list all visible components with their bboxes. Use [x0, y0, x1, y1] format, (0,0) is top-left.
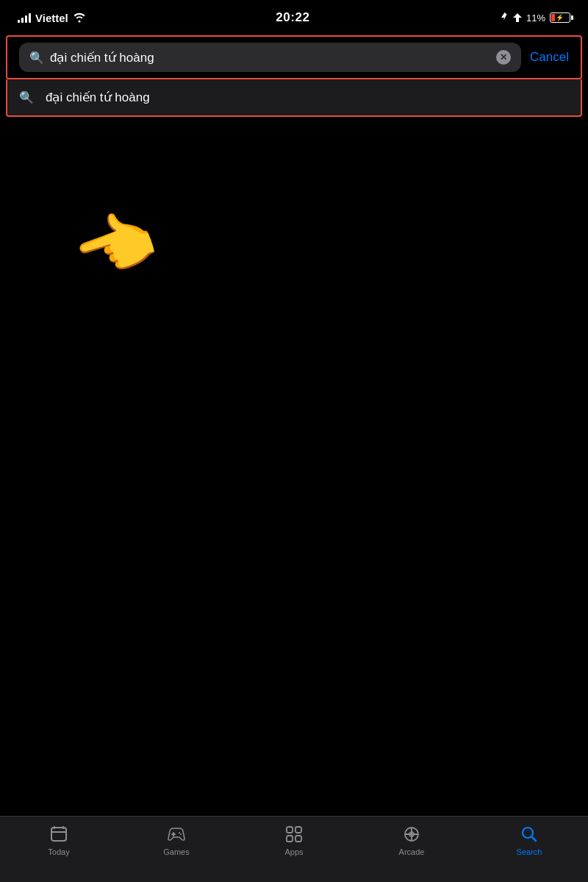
battery-percent: 11%	[526, 12, 545, 24]
svg-point-5	[180, 833, 182, 835]
search-input[interactable]	[50, 50, 490, 65]
status-bar: Viettel 20:22 11% ⚡	[0, 0, 588, 32]
search-tab-icon	[519, 824, 539, 845]
tab-games-label: Games	[163, 847, 189, 856]
signal-bar-4	[29, 13, 31, 23]
cancel-button[interactable]: Cancel	[530, 50, 569, 65]
signal-bar-1	[18, 20, 20, 23]
location-icon	[500, 12, 509, 23]
svg-point-4	[179, 832, 180, 833]
clock: 20:22	[276, 10, 309, 25]
wifi-icon	[73, 12, 86, 23]
apps-icon	[284, 824, 304, 845]
tab-apps-label: Apps	[284, 847, 303, 856]
svg-rect-1	[54, 826, 55, 829]
svg-rect-6	[287, 827, 293, 833]
battery: ⚡	[550, 12, 570, 23]
search-bar[interactable]: 🔍 ✕	[19, 43, 521, 72]
pointer-emoji: 👈	[65, 201, 165, 292]
tab-arcade-label: Arcade	[399, 847, 425, 856]
svg-rect-9	[295, 836, 301, 842]
svg-rect-8	[287, 836, 293, 842]
carrier-label: Viettel	[35, 12, 68, 24]
tab-today[interactable]: Today	[0, 824, 118, 856]
signal-bars	[18, 12, 31, 23]
search-header: 🔍 ✕ Cancel	[6, 35, 582, 79]
games-icon	[166, 824, 187, 845]
tab-games[interactable]: Games	[118, 824, 235, 856]
svg-rect-7	[295, 827, 301, 833]
status-right: 11% ⚡	[500, 12, 570, 24]
today-icon	[49, 824, 69, 845]
svg-rect-2	[62, 826, 64, 829]
tab-today-label: Today	[48, 847, 69, 856]
tab-search[interactable]: Search	[470, 824, 588, 856]
signal-bar-3	[25, 15, 27, 23]
suggestion-text: đại chiến tứ hoàng	[46, 90, 150, 105]
status-left: Viettel	[18, 12, 86, 24]
search-icon: 🔍	[29, 51, 44, 65]
svg-rect-3	[51, 831, 66, 833]
suggestion-dropdown: 🔍 đại chiến tứ hoàng	[6, 79, 582, 117]
arcade-icon	[401, 824, 422, 845]
suggestion-search-icon: 🔍	[19, 90, 34, 104]
clear-button[interactable]: ✕	[496, 50, 511, 65]
signal-bar-2	[21, 18, 24, 23]
tab-apps[interactable]: Apps	[235, 824, 353, 856]
arrow-icon	[513, 13, 522, 22]
tab-arcade[interactable]: Arcade	[353, 824, 470, 856]
suggestion-item[interactable]: 🔍 đại chiến tứ hoàng	[7, 79, 581, 115]
tab-bar: Today Games Apps Arcade	[0, 816, 588, 882]
tab-search-label: Search	[517, 847, 542, 856]
svg-rect-0	[51, 828, 66, 841]
